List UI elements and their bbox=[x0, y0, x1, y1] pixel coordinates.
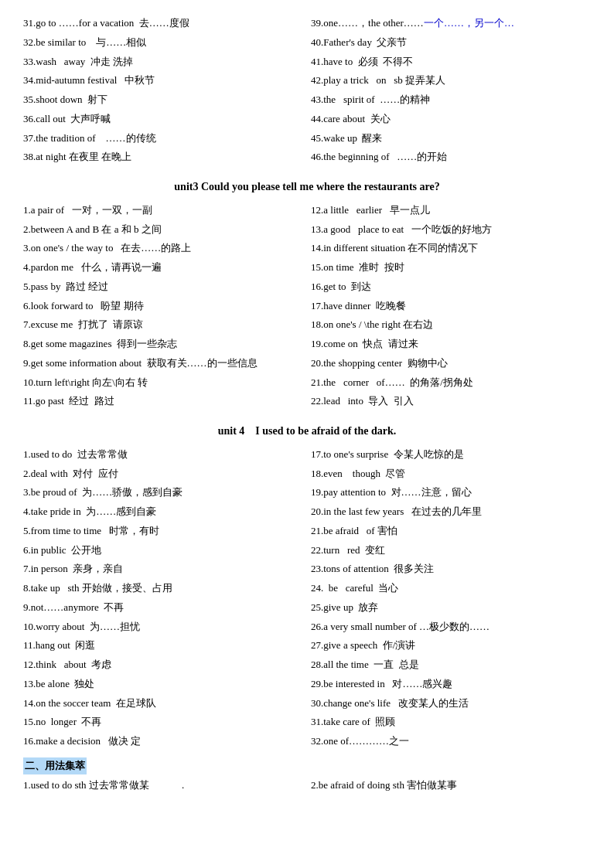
list-item: 39.one……，the other……一个……，另一个… bbox=[311, 14, 591, 33]
list-item: 21.the corner of…… 的角落/拐角处 bbox=[311, 373, 591, 393]
list-item: 5.from time to time 时常，有时 bbox=[23, 522, 303, 541]
list-item: 32.one of…………之一 bbox=[311, 732, 591, 751]
list-item: 27.give a speech 作/演讲 bbox=[311, 636, 591, 655]
list-item: 1.used to do 过去常常做 bbox=[23, 445, 303, 465]
list-item: 38.at night 在夜里 在晚上 bbox=[23, 148, 303, 167]
list-item: 24. be careful 当心 bbox=[311, 579, 591, 598]
list-item: 12.think about 考虑 bbox=[23, 655, 303, 675]
list-item: 19.come on 快点 请过来 bbox=[311, 335, 591, 354]
unit4-left-col: 1.used to do 过去常常做 2.deal with 对付 应付 3.b… bbox=[23, 445, 303, 751]
list-item: 4.pardon me 什么，请再说一遍 bbox=[23, 258, 303, 277]
list-item: 17.have dinner 吃晚餐 bbox=[311, 297, 591, 316]
list-item: 33.wash away 冲走 洗掉 bbox=[23, 53, 303, 72]
list-item: 9.get some information about 获取有关……的一些信息 bbox=[23, 354, 303, 373]
list-item: 18.even though 尽管 bbox=[311, 465, 591, 484]
list-item: 28.all the time 一直 总是 bbox=[311, 655, 591, 675]
list-item: 1.a pair of 一对，一双，一副 bbox=[23, 201, 303, 220]
list-item: 18.on one's / \the right 在右边 bbox=[311, 315, 591, 335]
list-item: 5.pass by 路过 经过 bbox=[23, 277, 303, 297]
list-item: 46.the beginning of ……的开始 bbox=[311, 148, 591, 167]
list-item: 10.turn left\right 向左\向右 转 bbox=[23, 373, 303, 393]
list-item: 43.the spirit of ……的精神 bbox=[311, 90, 591, 110]
list-item: 44.care about 关心 bbox=[311, 110, 591, 129]
list-item: 11.hang out 闲逛 bbox=[23, 636, 303, 655]
list-item: 15.on time 准时 按时 bbox=[311, 258, 591, 277]
list-item: 31.go to ……for a vacation 去……度假 bbox=[23, 14, 303, 33]
list-item: 15.no longer 不再 bbox=[23, 713, 303, 732]
top-section: 31.go to ……for a vacation 去……度假 32.be si… bbox=[23, 14, 591, 167]
list-item: 3.on one's / the way to 在去……的路上 bbox=[23, 239, 303, 258]
list-item: 37.the tradition of ……的传统 bbox=[23, 129, 303, 148]
list-item: 7.in person 亲身，亲自 bbox=[23, 560, 303, 579]
top-right-col: 39.one……，the other……一个……，另一个… 40.Father'… bbox=[311, 14, 591, 167]
usage-subtitle: 二、用法集萃 bbox=[23, 757, 87, 774]
list-item: 13.a good place to eat 一个吃饭的好地方 bbox=[311, 220, 591, 240]
list-item: 10.worry about 为……担忧 bbox=[23, 618, 303, 637]
list-item: 16.get to 到达 bbox=[311, 277, 591, 297]
list-item: 25.give up 放弃 bbox=[311, 598, 591, 618]
unit4-section: 1.used to do 过去常常做 2.deal with 对付 应付 3.b… bbox=[23, 445, 591, 751]
list-item: 2.deal with 对付 应付 bbox=[23, 465, 303, 484]
list-item: 34.mid-autumn festival 中秋节 bbox=[23, 71, 303, 90]
list-item: 22.turn red 变红 bbox=[311, 541, 591, 560]
list-item: 7.excuse me 打扰了 请原谅 bbox=[23, 315, 303, 335]
unit3-section: 1.a pair of 一对，一双，一副 2.between A and B 在… bbox=[23, 201, 591, 411]
list-item: 32.be similar to 与……相似 bbox=[23, 33, 303, 53]
list-item: 22.lead into 导入 引入 bbox=[311, 392, 591, 411]
page-container: 31.go to ……for a vacation 去……度假 32.be si… bbox=[23, 14, 591, 795]
list-item: 41.have to 必须 不得不 bbox=[311, 53, 591, 72]
list-item: 1.used to do sth 过去常常做某 . bbox=[23, 776, 303, 795]
list-item: 16.make a decision 做决 定 bbox=[23, 732, 303, 751]
list-item: 11.go past 经过 路过 bbox=[23, 392, 303, 411]
list-item: 29.be interested in 对……感兴趣 bbox=[311, 675, 591, 694]
list-item: 6.in public 公开地 bbox=[23, 541, 303, 560]
list-item: 14.in different situation 在不同的情况下 bbox=[311, 239, 591, 258]
unit3-right-col: 12.a little earlier 早一点儿 13.a good place… bbox=[311, 201, 591, 411]
list-item: 23.tons of attention 很多关注 bbox=[311, 560, 591, 579]
usage-section: 二、用法集萃 1.used to do sth 过去常常做某 . 2.be af… bbox=[23, 757, 591, 795]
list-item: 36.call out 大声呼喊 bbox=[23, 110, 303, 129]
list-item: 8.take up sth 开始做，接受、占用 bbox=[23, 579, 303, 598]
list-item: 2.between A and B 在 a 和 b 之间 bbox=[23, 220, 303, 240]
list-item: 30.change one's life 改变某人的生活 bbox=[311, 694, 591, 713]
list-item: 20.in the last few years 在过去的几年里 bbox=[311, 502, 591, 522]
list-item: 13.be alone 独处 bbox=[23, 675, 303, 694]
list-item: 26.a very small number of …极少数的…… bbox=[311, 618, 591, 637]
list-item: 6.look forward to 盼望 期待 bbox=[23, 297, 303, 316]
list-item: 40.Father's day 父亲节 bbox=[311, 33, 591, 53]
list-item: 4.take pride in 为……感到自豪 bbox=[23, 502, 303, 522]
list-item: 12.a little earlier 早一点儿 bbox=[311, 201, 591, 220]
list-item: 45.wake up 醒来 bbox=[311, 129, 591, 148]
list-item: 21.be afraid of 害怕 bbox=[311, 522, 591, 541]
unit3-left-col: 1.a pair of 一对，一双，一副 2.between A and B 在… bbox=[23, 201, 303, 411]
list-item: 3.be proud of 为……骄傲，感到自豪 bbox=[23, 483, 303, 502]
usage-items: 1.used to do sth 过去常常做某 . 2.be afraid of… bbox=[23, 776, 591, 795]
top-left-col: 31.go to ……for a vacation 去……度假 32.be si… bbox=[23, 14, 303, 167]
list-item: 14.on the soccer team 在足球队 bbox=[23, 694, 303, 713]
unit4-right-col: 17.to one's surprise 令某人吃惊的是 18.even tho… bbox=[311, 445, 591, 751]
unit4-title: unit 4 I used to be afraid of the dark. bbox=[23, 422, 591, 441]
list-item: 2.be afraid of doing sth 害怕做某事 bbox=[311, 776, 591, 795]
list-item: 9.not……anymore 不再 bbox=[23, 598, 303, 618]
list-item: 20.the shopping center 购物中心 bbox=[311, 354, 591, 373]
list-item: 8.get some magazines 得到一些杂志 bbox=[23, 335, 303, 354]
list-item: 17.to one's surprise 令某人吃惊的是 bbox=[311, 445, 591, 465]
list-item: 19.pay attention to 对……注意，留心 bbox=[311, 483, 591, 502]
list-item: 35.shoot down 射下 bbox=[23, 90, 303, 110]
unit3-title: unit3 Could you please tell me where the… bbox=[23, 178, 591, 196]
list-item: 31.take care of 照顾 bbox=[311, 713, 591, 732]
list-item: 42.play a trick on sb 捉弄某人 bbox=[311, 71, 591, 90]
